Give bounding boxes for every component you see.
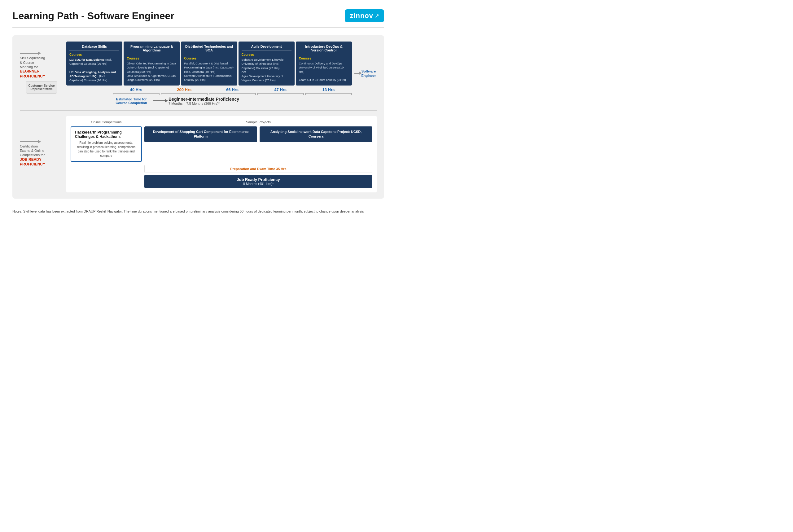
agile-development-sub: Courses: [241, 53, 291, 56]
prep-time-box: Preparation and Exam Time 35 Hrs: [144, 165, 372, 173]
programming-language-header: Programming Language & Algorithms: [127, 45, 177, 54]
sample-projects-label: Sample Projects: [244, 120, 273, 124]
logo-box: zinnov ↗: [345, 9, 384, 22]
online-competitions-section: Online Competitions Hackerearth Programm…: [71, 120, 142, 162]
programming-language-sub: Courses: [127, 57, 177, 60]
bracket-3: [209, 93, 255, 95]
programming-language-body: Object Oriented Programming in Java Duke…: [127, 61, 177, 82]
distributed-tech-col: Distributed Technologies and SOA Courses…: [181, 41, 237, 86]
estimation-row: Estimated Time for Course Completion Beg…: [113, 97, 352, 105]
left-arrow: [20, 53, 38, 54]
hackerearth-desc: Real-life problem solving assessments, r…: [75, 141, 137, 158]
proficiency-label: Beginner-Intermediate Proficiency: [169, 97, 239, 102]
line-left: [71, 122, 88, 122]
hours-val-5: 13 Hrs: [323, 88, 335, 92]
database-skills-header: Database Skills: [70, 45, 119, 51]
columns-and-time: Database Skills Courses L1: SQL for Data…: [66, 41, 352, 105]
source-box: Customer Service Representative: [26, 81, 57, 94]
online-comp-label-bar: Online Competitions: [71, 120, 142, 124]
hours-val-4: 47 Hrs: [274, 88, 287, 92]
programming-language-col: Programming Language & Algorithms Course…: [123, 41, 180, 86]
bracket-row: [113, 93, 352, 95]
devops-col: Introductory DevOps & Version Control Co…: [296, 41, 352, 86]
job-ready-title: Job Ready Proficiency: [148, 177, 369, 182]
database-skills-sub: Courses: [70, 53, 119, 56]
estimation-right: Beginner-Intermediate Proficiency 7 Mont…: [169, 97, 239, 105]
cert-line1: CertificationExams & OnlineCompetitions …: [20, 145, 45, 157]
distributed-tech-header: Distributed Technologies and SOA: [184, 45, 234, 54]
hours-col-2: 200 Hrs: [161, 87, 208, 92]
bracket-4: [257, 93, 304, 95]
estimation-arrow: [153, 100, 166, 101]
hours-display-row: 40 Hrs 200 Hrs 66 Hrs 47 Hrs 13 Hrs: [113, 87, 352, 92]
cert-bottom-row: Preparation and Exam Time 35 Hrs Job Rea…: [71, 165, 372, 188]
sample-projects-label-bar: Sample Projects: [144, 120, 372, 124]
notes-section: Notes: Skill level data has been extract…: [13, 205, 384, 214]
job-ready-sub: 8 Months (401 Hrs)*: [148, 182, 369, 186]
certification-label-text: CertificationExams & OnlineCompetitions …: [20, 144, 66, 167]
skill-sequencing-label-text: Skill Sequencing& CourseMapping for BEGI…: [20, 56, 63, 79]
cert-arrow-line: [20, 141, 38, 142]
project-cards-row: Development of Shopping Cart Component f…: [144, 127, 372, 142]
hours-col-5: 13 Hrs: [305, 87, 352, 92]
job-ready-bar: Job Ready Proficiency 8 Months (401 Hrs)…: [144, 175, 372, 188]
agile-development-col: Agile Development Courses Software Devel…: [238, 41, 295, 86]
skill-sequencing-section: Skill Sequencing& CourseMapping for BEGI…: [20, 41, 377, 105]
devops-sub: Courses: [299, 57, 349, 60]
certification-section: CertificationExams & OnlineCompetitions …: [20, 116, 377, 192]
bracket-1: [113, 93, 159, 95]
cert-left-arrow: [20, 141, 38, 142]
hackerearth-title: Hackerearth Programming Challenges & Hac…: [75, 130, 137, 139]
certification-content: Online Competitions Hackerearth Programm…: [66, 116, 377, 192]
bottom-spacer: [71, 165, 142, 188]
notes-text: Notes: Skill level data has been extract…: [13, 209, 384, 214]
skill-sequencing-left-label: Skill Sequencing& CourseMapping for BEGI…: [20, 41, 66, 105]
sp-line-left: [144, 122, 244, 122]
right-arrow-line: [354, 73, 359, 74]
devops-body: Continuous Delivery and DevOps Universit…: [299, 61, 349, 82]
main-content-box: Skill Sequencing& CourseMapping for BEGI…: [13, 35, 384, 198]
course-columns: Database Skills Courses L1: SQL for Data…: [66, 41, 352, 86]
software-engineer-right-label: Software Engineer: [352, 41, 377, 105]
certification-left-label: CertificationExams & OnlineCompetitions …: [20, 116, 66, 192]
software-engineer-label: Software Engineer: [361, 69, 377, 78]
logo-arrow-icon: ↗: [374, 13, 379, 19]
duration-label: 7 Months – 7.5 Months (366 Hrs)*: [169, 102, 239, 105]
estimation-left-label: Estimated Time for Course Completion: [113, 97, 150, 105]
hours-col-4: 47 Hrs: [257, 87, 304, 92]
database-skills-body: L1: SQL for Data Science (Incl. Capstone…: [70, 58, 119, 82]
hours-val-2: 200 Hrs: [177, 88, 191, 92]
cert-top-row: Online Competitions Hackerearth Programm…: [71, 120, 372, 162]
project-card-1: Development of Shopping Cart Component f…: [144, 127, 257, 142]
sp-line-right: [273, 122, 372, 122]
hackerearth-box: Hackerearth Programming Challenges & Hac…: [71, 127, 142, 162]
distributed-tech-body: Parallel, Concurrent & Distributed Progr…: [184, 61, 234, 82]
hours-col-1: 40 Hrs: [113, 87, 159, 92]
devops-header: Introductory DevOps & Version Control: [299, 45, 349, 54]
project-card-2: Analysing Social network Data Capstone P…: [259, 127, 372, 142]
online-comp-label: Online Competitions: [88, 120, 124, 124]
hours-val-1: 40 Hrs: [130, 88, 142, 92]
bracket-2: [161, 93, 208, 95]
page-title: Learning Path - Software Engineer: [13, 10, 174, 22]
section-divider: [20, 110, 377, 111]
arrow-line: [20, 53, 38, 54]
page-header: Learning Path - Software Engineer zinnov…: [13, 9, 384, 28]
bracket-5: [305, 93, 352, 95]
beginner-proficiency-label: BEGINNER PROFICIENCY: [20, 69, 45, 78]
hours-col-3: 66 Hrs: [209, 87, 255, 92]
hours-val-3: 66 Hrs: [226, 88, 238, 92]
logo-text: zinnov: [350, 12, 373, 20]
agile-development-header: Agile Development: [241, 45, 291, 51]
agile-development-body: Software Development Lifecycle Universit…: [241, 58, 291, 82]
job-ready-proficiency-label: JOB READY PROFICIENCY: [20, 157, 45, 167]
database-skills-col: Database Skills Courses L1: SQL for Data…: [66, 41, 122, 86]
bottom-right: Preparation and Exam Time 35 Hrs Job Rea…: [144, 165, 372, 188]
distributed-tech-sub: Courses: [184, 57, 234, 60]
line-right: [124, 122, 142, 122]
label-line1: Skill Sequencing& CourseMapping for: [20, 56, 45, 69]
sample-projects-section: Sample Projects Development of Shopping …: [144, 120, 372, 162]
